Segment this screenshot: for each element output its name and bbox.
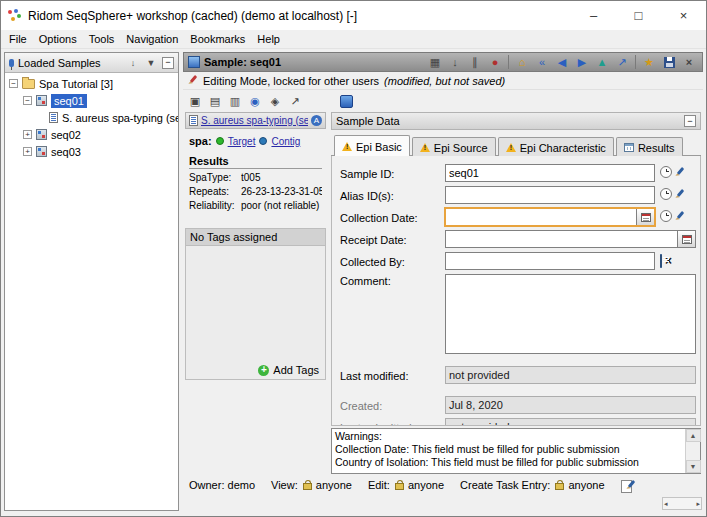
globe-icon[interactable]: ◉ [246, 93, 264, 109]
tree-row-seq01[interactable]: − seq01 [7, 92, 176, 109]
pause-icon[interactable]: ∥ [466, 54, 484, 70]
table-view-icon[interactable]: ▤ [206, 93, 224, 109]
collapse-toggle-icon[interactable]: − [9, 79, 18, 88]
target-link[interactable]: Target [228, 136, 256, 147]
edit-field-icon[interactable] [675, 189, 685, 202]
history-icon[interactable] [660, 166, 672, 180]
task-permission: Create Task Entry: anyone [460, 479, 604, 491]
edit-permissions-icon[interactable] [621, 479, 635, 492]
sample-data-title: Sample Data [336, 115, 684, 127]
home-icon[interactable]: ⌂ [513, 54, 531, 70]
calendar-button[interactable] [678, 230, 696, 248]
tree-row-root[interactable]: − Spa Tutorial [3] [7, 75, 176, 92]
nav-back-icon[interactable]: ◀ [553, 54, 571, 70]
collapse-data-panel-button[interactable]: − [684, 115, 696, 127]
nav-up-icon[interactable]: ▲ [593, 54, 611, 70]
spa-typing-task-icon [189, 115, 198, 126]
result-value: 26-23-13-23-31-05-17-25 [241, 186, 322, 197]
spa-row: spa: Target Contig [185, 129, 326, 151]
view-label: View: [271, 479, 298, 491]
status-blue-icon [259, 137, 267, 145]
menu-help[interactable]: Help [251, 31, 286, 47]
table-icon [624, 143, 634, 152]
scroll-up-icon[interactable]: ▲ [686, 429, 701, 442]
tab-epi-characteristic[interactable]: Epi Characteristic [498, 137, 614, 156]
collapse-panel-button[interactable]: − [162, 57, 174, 69]
menu-file[interactable]: File [3, 31, 33, 47]
field-label: Comment: [340, 274, 440, 287]
receipt-date-input[interactable] [445, 230, 678, 248]
minimize-button[interactable]: – [571, 1, 616, 30]
expand-toggle-icon[interactable]: + [23, 130, 32, 139]
form-row-collection-date: Collection Date: [340, 208, 696, 226]
save-icon[interactable] [660, 54, 678, 70]
edit-mode-text: Editing Mode, locked for other users [203, 75, 379, 87]
expand-toggle-icon[interactable]: + [23, 147, 32, 156]
maximize-button[interactable]: □ [616, 1, 661, 30]
contact-lookup-icon[interactable] [660, 255, 662, 267]
collection-date-input[interactable] [445, 208, 637, 226]
tab-epi-source[interactable]: Epi Source [412, 137, 496, 156]
scroll-left-icon[interactable]: ◂ [664, 500, 668, 508]
tree-label-seq02: seq02 [51, 129, 81, 141]
calendar-button[interactable] [637, 208, 655, 226]
tree-label-root: Spa Tutorial [3] [39, 78, 113, 90]
field-label: Collected By: [340, 255, 440, 268]
scroll-down-icon[interactable]: ▼ [686, 460, 701, 473]
history-icon[interactable] [660, 188, 672, 202]
tags-box: No Tags assigned + Add Tags [185, 228, 326, 380]
export-view-icon[interactable]: ▦ [426, 54, 444, 70]
nav-jump-icon[interactable]: ↗ [613, 54, 631, 70]
horizontal-scrollbar[interactable]: ◂ ▸ [662, 497, 702, 510]
form-row-sample-id: Sample ID: [340, 164, 696, 182]
spa-typing-title-link[interactable]: S. aureus spa-typing (seq01) [201, 115, 308, 126]
tab-results[interactable]: Results [616, 137, 683, 156]
bookmark-icon[interactable]: ★ [640, 54, 658, 70]
status-green-icon [216, 137, 224, 145]
comment-textarea[interactable] [445, 274, 696, 354]
alias-input[interactable] [445, 186, 655, 204]
lock-icon [303, 483, 312, 490]
history-icon[interactable] [660, 210, 672, 224]
field-label: Alias ID(s): [340, 189, 440, 202]
close-button[interactable]: × [661, 1, 706, 30]
tree-row-seq03[interactable]: + seq03 [7, 143, 176, 160]
tab-epi-basic[interactable]: Epi Basic [334, 135, 410, 156]
sort-icon[interactable]: ↓ [126, 56, 140, 70]
pin-icon[interactable] [9, 59, 14, 67]
nav-forward-icon[interactable]: ▶ [573, 54, 591, 70]
add-tags-button[interactable]: + Add Tags [186, 361, 325, 379]
field-label: Receipt Date: [340, 233, 440, 246]
nav-first-icon[interactable]: « [533, 54, 551, 70]
view-menu-icon[interactable]: ▼ [144, 56, 158, 70]
tab-label: Epi Basic [356, 141, 402, 153]
bottom-strip: ◂ ▸ [183, 496, 703, 511]
form-row-comment: Comment: [340, 274, 696, 354]
contig-link[interactable]: Contig [271, 136, 300, 147]
menu-navigation[interactable]: Navigation [120, 31, 184, 47]
compare-icon[interactable]: ◈ [266, 93, 284, 109]
menu-tools[interactable]: Tools [83, 31, 121, 47]
edit-permission: Edit: anyone [368, 479, 444, 491]
chart-view-icon[interactable]: ▥ [226, 93, 244, 109]
download-icon[interactable]: ↓ [446, 54, 464, 70]
tree-row-seq02[interactable]: + seq02 [7, 126, 176, 143]
menu-options[interactable]: Options [33, 31, 83, 47]
new-window-icon[interactable]: ▣ [186, 93, 204, 109]
edit-field-icon[interactable] [675, 167, 685, 180]
form-row-last-submitted: Last submitted: not provided [340, 418, 696, 426]
warnings-scrollbar[interactable]: ▲ ▼ [685, 429, 700, 473]
collapse-toggle-icon[interactable]: − [23, 96, 32, 105]
lock-icon [395, 483, 404, 490]
edit-field-icon[interactable] [675, 211, 685, 224]
tree-row-seq01-task[interactable]: S. aureus spa-typing (seq01) [7, 109, 176, 126]
stop-icon[interactable]: ● [486, 54, 504, 70]
sample-id-input[interactable] [445, 164, 655, 182]
warning-line: Country of Isolation: This field must be… [335, 456, 682, 469]
close-sample-icon[interactable]: × [680, 54, 698, 70]
collected-by-input[interactable] [445, 252, 655, 270]
scroll-right-icon[interactable]: ▸ [696, 500, 700, 508]
refresh-icon[interactable]: ↗ [286, 93, 304, 109]
warnings-box: Warnings: Collection Date: This field mu… [331, 428, 701, 474]
menu-bookmarks[interactable]: Bookmarks [184, 31, 251, 47]
